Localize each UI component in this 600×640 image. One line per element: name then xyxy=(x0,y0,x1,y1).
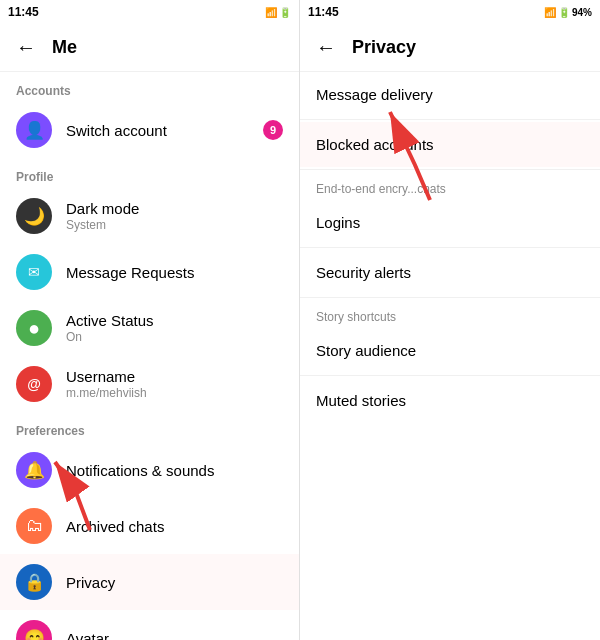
divider-3 xyxy=(300,247,600,248)
security-alerts-item[interactable]: Security alerts xyxy=(300,250,600,295)
preferences-section: Preferences 🔔 Notifications & sounds 🗂 A… xyxy=(0,412,299,640)
left-status-icons: 📶 🔋 xyxy=(265,7,291,18)
username-icon: @ xyxy=(16,366,52,402)
divider-1 xyxy=(300,119,600,120)
dark-mode-sublabel: System xyxy=(66,218,283,232)
right-back-arrow[interactable]: ← xyxy=(316,36,336,59)
dark-mode-item[interactable]: 🌙 Dark mode System xyxy=(0,188,299,244)
muted-stories-item[interactable]: Muted stories xyxy=(300,378,600,423)
avatar-item[interactable]: 😊 Avatar xyxy=(0,610,299,640)
left-panel: ← Me Accounts 👤 Switch account 9 Profile xyxy=(0,24,300,640)
divider-5 xyxy=(300,375,600,376)
archived-chats-text: Archived chats xyxy=(66,518,283,535)
blocked-accounts-label: Blocked accounts xyxy=(316,136,434,153)
divider-2 xyxy=(300,169,600,170)
message-requests-item[interactable]: ✉ Message Requests xyxy=(0,244,299,300)
dark-mode-icon: 🌙 xyxy=(16,198,52,234)
right-panel-title: Privacy xyxy=(352,37,416,58)
notifications-sounds-text: Notifications & sounds xyxy=(66,462,283,479)
privacy-icon: 🔒 xyxy=(16,564,52,600)
logins-label: Logins xyxy=(316,214,360,231)
active-status-icon: ● xyxy=(16,310,52,346)
left-panel-header: ← Me xyxy=(0,24,299,72)
switch-account-item[interactable]: 👤 Switch account 9 xyxy=(0,102,299,158)
privacy-item[interactable]: 🔒 Privacy xyxy=(0,554,299,610)
privacy-label: Privacy xyxy=(66,574,283,591)
right-panel-header: ← Privacy xyxy=(300,24,600,72)
blocked-accounts-item[interactable]: Blocked accounts xyxy=(300,122,600,167)
accounts-section: Accounts 👤 Switch account 9 xyxy=(0,72,299,158)
archived-chats-label: Archived chats xyxy=(66,518,283,535)
notifications-sounds-label: Notifications & sounds xyxy=(66,462,283,479)
username-label: Username xyxy=(66,368,283,385)
switch-account-badge: 9 xyxy=(263,120,283,140)
right-status-icons: 📶 🔋 94% xyxy=(544,7,592,18)
archived-chats-item[interactable]: 🗂 Archived chats xyxy=(0,498,299,554)
left-panel-title: Me xyxy=(52,37,77,58)
preferences-label: Preferences xyxy=(0,412,299,442)
switch-account-text: Switch account xyxy=(66,122,263,139)
security-alerts-label: Security alerts xyxy=(316,264,411,281)
switch-account-icon: 👤 xyxy=(16,112,52,148)
username-item[interactable]: @ Username m.me/mehviish xyxy=(0,356,299,412)
divider-4 xyxy=(300,297,600,298)
privacy-text: Privacy xyxy=(66,574,283,591)
avatar-text: Avatar xyxy=(66,630,283,641)
story-audience-item[interactable]: Story audience xyxy=(300,328,600,373)
dark-mode-label: Dark mode xyxy=(66,200,283,217)
notifications-sounds-item[interactable]: 🔔 Notifications & sounds xyxy=(0,442,299,498)
notifications-sounds-icon: 🔔 xyxy=(16,452,52,488)
active-status-sublabel: On xyxy=(66,330,283,344)
end-to-end-label: End-to-end encry...chats xyxy=(300,172,600,200)
message-delivery-item[interactable]: Message delivery xyxy=(300,72,600,117)
profile-label: Profile xyxy=(0,158,299,188)
active-status-text: Active Status On xyxy=(66,312,283,344)
avatar-label: Avatar xyxy=(66,630,283,641)
right-panel: ← Privacy Message delivery Blocked accou… xyxy=(300,24,600,640)
message-requests-label: Message Requests xyxy=(66,264,283,281)
message-requests-text: Message Requests xyxy=(66,264,283,281)
username-sublabel: m.me/mehviish xyxy=(66,386,283,400)
avatar-icon: 😊 xyxy=(16,620,52,640)
message-requests-icon: ✉ xyxy=(16,254,52,290)
archived-chats-icon: 🗂 xyxy=(16,508,52,544)
logins-item[interactable]: Logins xyxy=(300,200,600,245)
left-back-arrow[interactable]: ← xyxy=(16,36,36,59)
active-status-item[interactable]: ● Active Status On xyxy=(0,300,299,356)
profile-section: Profile 🌙 Dark mode System ✉ Message Req… xyxy=(0,158,299,412)
switch-account-label: Switch account xyxy=(66,122,263,139)
left-time: 11:45 xyxy=(8,5,39,19)
story-shortcuts-section-label: Story shortcuts xyxy=(300,300,600,328)
message-delivery-label: Message delivery xyxy=(316,86,433,103)
muted-stories-label: Muted stories xyxy=(316,392,406,409)
username-text: Username m.me/mehviish xyxy=(66,368,283,400)
accounts-label: Accounts xyxy=(0,72,299,102)
right-time: 11:45 xyxy=(308,5,339,19)
story-audience-label: Story audience xyxy=(316,342,416,359)
active-status-label: Active Status xyxy=(66,312,283,329)
dark-mode-text: Dark mode System xyxy=(66,200,283,232)
